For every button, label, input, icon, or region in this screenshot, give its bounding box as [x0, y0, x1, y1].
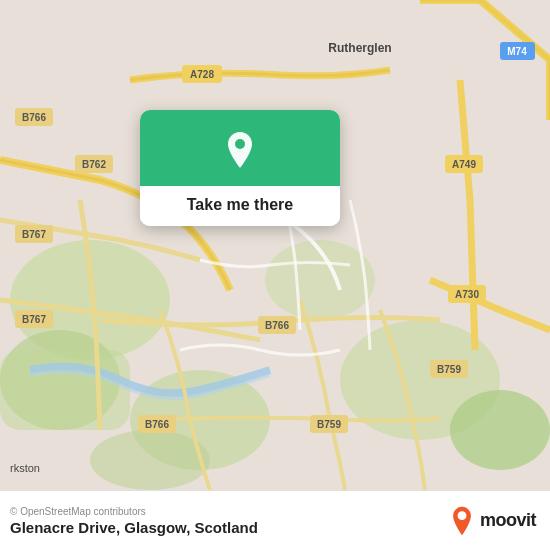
location-pin-icon [218, 128, 262, 172]
svg-text:B767: B767 [22, 229, 46, 240]
popup-card: Take me there [140, 110, 340, 226]
attribution-text: © OpenStreetMap contributors [10, 506, 258, 517]
svg-text:A728: A728 [190, 69, 214, 80]
bottom-bar: © OpenStreetMap contributors Glenacre Dr… [0, 490, 550, 550]
svg-text:B766: B766 [145, 419, 169, 430]
moovit-logo: moovit [448, 505, 536, 537]
svg-point-36 [458, 511, 467, 520]
svg-text:Rutherglen: Rutherglen [328, 41, 391, 55]
svg-text:rkston: rkston [10, 462, 40, 474]
map-svg: A728 B766 B762 B767 B767 B766 B766 B759 … [0, 0, 550, 490]
svg-text:B767: B767 [22, 314, 46, 325]
svg-text:B759: B759 [317, 419, 341, 430]
moovit-text: moovit [480, 510, 536, 531]
svg-point-5 [450, 390, 550, 470]
svg-text:M74: M74 [507, 46, 527, 57]
popup-green-area [140, 110, 340, 186]
svg-text:B766: B766 [22, 112, 46, 123]
moovit-pin-icon [448, 505, 476, 537]
svg-text:B762: B762 [82, 159, 106, 170]
svg-text:A749: A749 [452, 159, 476, 170]
svg-text:B759: B759 [437, 364, 461, 375]
location-name: Glenacre Drive, Glasgow, Scotland [10, 519, 258, 536]
bottom-left-info: © OpenStreetMap contributors Glenacre Dr… [10, 506, 258, 536]
svg-point-35 [235, 139, 245, 149]
take-me-there-button[interactable]: Take me there [140, 186, 340, 226]
svg-text:B766: B766 [265, 320, 289, 331]
svg-point-8 [90, 430, 210, 490]
svg-text:A730: A730 [455, 289, 479, 300]
svg-rect-6 [0, 350, 130, 430]
map-container: A728 B766 B762 B767 B767 B766 B766 B759 … [0, 0, 550, 490]
